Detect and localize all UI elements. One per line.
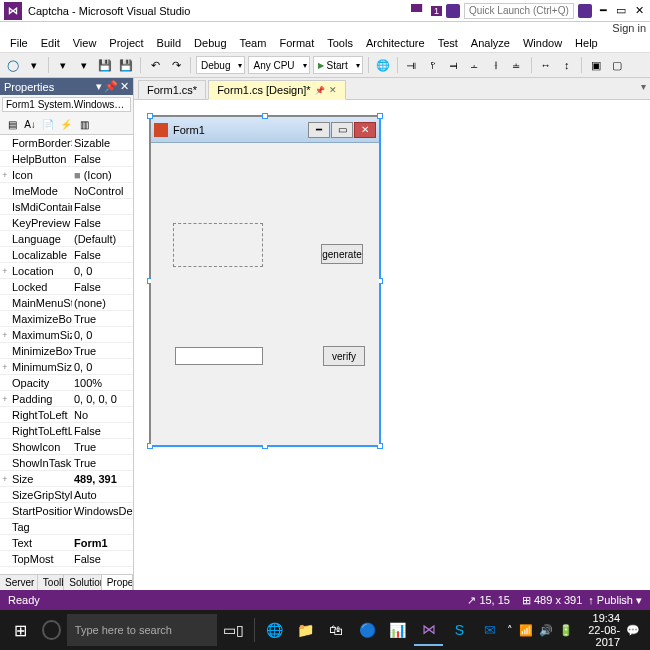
user-icon[interactable] (578, 4, 592, 18)
notification-flag-icon[interactable] (411, 4, 425, 18)
open-button[interactable]: ▾ (75, 56, 93, 74)
doc-tab[interactable]: Form1.cs* (138, 80, 206, 99)
tray-battery-icon[interactable]: 🔋 (559, 624, 573, 637)
picturebox-control[interactable] (173, 223, 263, 267)
tray-volume-icon[interactable]: 🔊 (539, 624, 553, 637)
prop-row-helpbutton[interactable]: HelpButtonFalse (0, 151, 133, 167)
restore-button[interactable]: ▭ (614, 4, 628, 17)
prop-pages-icon[interactable]: ▥ (76, 116, 92, 132)
menu-team[interactable]: Team (234, 36, 273, 50)
start-button[interactable]: Start (313, 56, 363, 74)
platform-combo[interactable]: Any CPU (248, 56, 309, 74)
menu-analyze[interactable]: Analyze (465, 36, 516, 50)
prop-row-formborderstyle[interactable]: FormBorderStyleSizable (0, 135, 133, 151)
align-top-icon[interactable]: ⫠ (466, 56, 484, 74)
align-grid-icon[interactable]: 🌐 (374, 56, 392, 74)
menu-architecture[interactable]: Architecture (360, 36, 431, 50)
tray-expand-icon[interactable]: ˄ (507, 624, 513, 637)
new-button[interactable]: ▾ (54, 56, 72, 74)
align-middle-icon[interactable]: ⫲ (487, 56, 505, 74)
start-button-win[interactable]: ⊞ (4, 612, 36, 648)
prop-row-imemode[interactable]: ImeModeNoControl (0, 183, 133, 199)
config-combo[interactable]: Debug (196, 56, 245, 74)
generate-button[interactable]: generate (321, 244, 363, 264)
prop-row-opacity[interactable]: Opacity100% (0, 375, 133, 391)
close-button[interactable]: ✕ (632, 4, 646, 17)
prop-row-sizegripstyle[interactable]: SizeGripStyleAuto (0, 487, 133, 503)
prop-row-startposition[interactable]: StartPositionWindowsDefaultLocat (0, 503, 133, 519)
save-button[interactable]: 💾 (96, 56, 114, 74)
undo-button[interactable]: ↶ (146, 56, 164, 74)
verify-button[interactable]: verify (323, 346, 365, 366)
send-back-icon[interactable]: ▢ (608, 56, 626, 74)
align-bottom-icon[interactable]: ⫨ (508, 56, 526, 74)
prop-row-language[interactable]: Language(Default) (0, 231, 133, 247)
prop-row-showintaskbar[interactable]: ShowInTaskbarTrue (0, 455, 133, 471)
alphabetical-icon[interactable]: A↓ (22, 116, 38, 132)
prop-row-minimumsize[interactable]: +MinimumSize0, 0 (0, 359, 133, 375)
nav-back-button[interactable]: ◯ (4, 56, 22, 74)
prop-row-maximumsize[interactable]: +MaximumSize0, 0 (0, 327, 133, 343)
panel-dropdown-icon[interactable]: ▾ (96, 80, 102, 93)
object-selector-combo[interactable]: Form1 System.Windows.Forms.Form (2, 97, 131, 112)
align-left-icon[interactable]: ⫣ (403, 56, 421, 74)
prop-row-minimizebox[interactable]: MinimizeBoxTrue (0, 343, 133, 359)
chrome-icon[interactable]: 🔵 (353, 614, 382, 646)
prop-row-mainmenustrip[interactable]: MainMenuStrip(none) (0, 295, 133, 311)
bottom-tab-0[interactable]: Server Expl... (0, 575, 38, 590)
menu-build[interactable]: Build (151, 36, 187, 50)
prop-row-righttoleftlayout[interactable]: RightToLeftLayoutFalse (0, 423, 133, 439)
menu-debug[interactable]: Debug (188, 36, 232, 50)
close-tab-icon[interactable]: ✕ (329, 85, 337, 95)
doc-tab[interactable]: Form1.cs [Design]*📌✕ (208, 80, 346, 100)
events-icon[interactable]: ⚡ (58, 116, 74, 132)
menu-tools[interactable]: Tools (321, 36, 359, 50)
explorer-icon[interactable]: 📁 (291, 614, 320, 646)
panel-pin-icon[interactable]: 📌 (104, 80, 118, 93)
bring-front-icon[interactable]: ▣ (587, 56, 605, 74)
edge-icon[interactable]: 🌐 (260, 614, 289, 646)
menu-file[interactable]: File (4, 36, 34, 50)
textbox-control[interactable] (175, 347, 263, 365)
prop-row-maximizebox[interactable]: MaximizeBoxTrue (0, 311, 133, 327)
tray-notifications-icon[interactable]: 💬 (626, 624, 640, 637)
spacing-v-icon[interactable]: ↕ (558, 56, 576, 74)
form-maximize-button[interactable]: ▭ (331, 122, 353, 138)
property-grid[interactable]: FormBorderStyleSizableHelpButtonFalse+Ic… (0, 135, 133, 574)
prop-row-tag[interactable]: Tag (0, 519, 133, 535)
prop-row-localizable[interactable]: LocalizableFalse (0, 247, 133, 263)
taskmgr-icon[interactable]: 📊 (384, 614, 413, 646)
menu-view[interactable]: View (67, 36, 103, 50)
menu-window[interactable]: Window (517, 36, 568, 50)
prop-row-topmost[interactable]: TopMostFalse (0, 551, 133, 567)
menu-edit[interactable]: Edit (35, 36, 66, 50)
align-right-icon[interactable]: ⫤ (445, 56, 463, 74)
bottom-tab-3[interactable]: Properties (102, 575, 133, 590)
prop-row-size[interactable]: +Size489, 391 (0, 471, 133, 487)
skype-icon[interactable]: S (445, 614, 474, 646)
prop-row-righttoleft[interactable]: RightToLeftNo (0, 407, 133, 423)
nav-fwd-button[interactable]: ▾ (25, 56, 43, 74)
publish-button[interactable]: ↑ Publish ▾ (588, 594, 642, 607)
menu-test[interactable]: Test (432, 36, 464, 50)
visualstudio-icon[interactable]: ⋈ (414, 614, 443, 646)
outlook-icon[interactable]: ✉ (476, 614, 505, 646)
minimize-button[interactable]: ━ (596, 4, 610, 17)
form-minimize-button[interactable]: ━ (308, 122, 330, 138)
bottom-tab-2[interactable]: Solution Ex... (64, 575, 101, 590)
feedback-icon[interactable] (446, 4, 460, 18)
cortana-icon[interactable] (42, 620, 60, 640)
prop-row-location[interactable]: +Location0, 0 (0, 263, 133, 279)
align-center-icon[interactable]: ⫯ (424, 56, 442, 74)
prop-row-keypreview[interactable]: KeyPreviewFalse (0, 215, 133, 231)
prop-row-showicon[interactable]: ShowIconTrue (0, 439, 133, 455)
quick-launch-input[interactable] (464, 3, 574, 19)
redo-button[interactable]: ↷ (167, 56, 185, 74)
doc-tab-overflow-icon[interactable]: ▾ (641, 81, 646, 92)
categorized-icon[interactable]: ▤ (4, 116, 20, 132)
store-icon[interactable]: 🛍 (322, 614, 351, 646)
panel-close-icon[interactable]: ✕ (120, 80, 129, 93)
signin-link[interactable]: Sign in (612, 22, 646, 34)
tray-clock[interactable]: 19:3422-08-2017 (579, 612, 620, 648)
designer-canvas[interactable]: Form1 ━ ▭ ✕ generate verify (134, 100, 650, 590)
